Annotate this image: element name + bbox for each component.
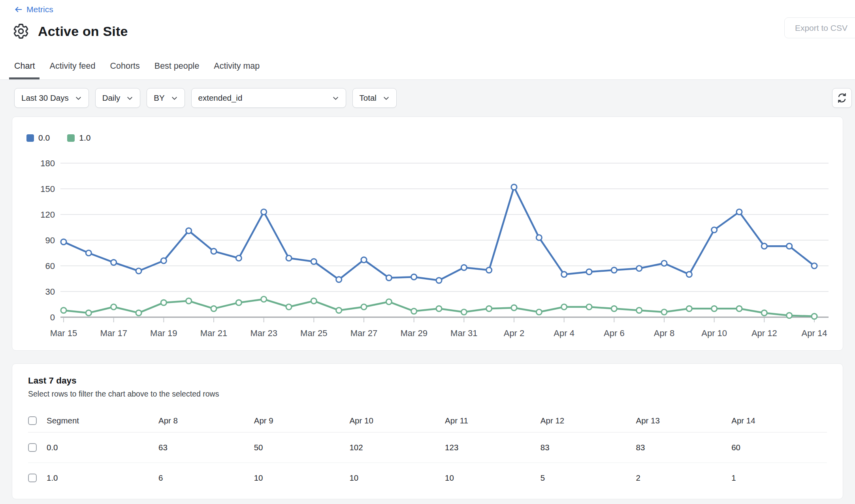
data-point[interactable]	[736, 209, 742, 215]
refresh-button[interactable]	[832, 88, 852, 108]
data-point[interactable]	[637, 308, 642, 313]
data-point[interactable]	[61, 239, 66, 244]
filter-date-range-dropdown[interactable]: Last 30 Days	[14, 88, 89, 108]
filter-date-range-value: Last 30 Days	[21, 93, 69, 103]
table-cell: 5	[540, 463, 636, 493]
data-point[interactable]	[761, 243, 767, 249]
data-point[interactable]	[787, 243, 792, 249]
data-point[interactable]	[686, 272, 692, 277]
data-point[interactable]	[436, 278, 442, 283]
data-point[interactable]	[236, 256, 241, 261]
filter-granularity-dropdown[interactable]: Daily	[95, 88, 141, 108]
data-point[interactable]	[436, 306, 442, 311]
row-checkbox[interactable]	[28, 443, 37, 452]
data-point[interactable]	[261, 209, 267, 215]
data-point[interactable]	[61, 308, 66, 313]
data-point[interactable]	[661, 261, 667, 266]
y-axis-tick-label: 0	[50, 312, 55, 322]
data-point[interactable]	[486, 267, 492, 273]
data-point[interactable]	[812, 263, 817, 269]
table-cell: 50	[254, 432, 350, 463]
data-point[interactable]	[336, 277, 342, 282]
data-point[interactable]	[536, 235, 542, 241]
data-point[interactable]	[712, 227, 717, 233]
data-point[interactable]	[586, 304, 592, 310]
line-chart: 0306090120150180Mar 15Mar 17Mar 19Mar 21…	[26, 148, 829, 340]
data-point[interactable]	[336, 308, 342, 313]
data-point[interactable]	[286, 256, 292, 261]
data-point[interactable]	[611, 267, 617, 273]
tab-best-people[interactable]: Best people	[154, 61, 200, 79]
back-to-metrics-link[interactable]: Metrics	[14, 5, 53, 14]
data-point[interactable]	[461, 265, 467, 270]
filter-by-value: BY	[154, 93, 164, 103]
data-point[interactable]	[486, 306, 492, 311]
data-point[interactable]	[236, 300, 241, 305]
data-point[interactable]	[311, 298, 316, 304]
data-point[interactable]	[411, 274, 417, 280]
data-point[interactable]	[686, 306, 692, 311]
data-point[interactable]	[787, 313, 792, 318]
data-point[interactable]	[211, 306, 217, 311]
data-point[interactable]	[511, 184, 517, 190]
legend-item-0.0[interactable]: 0.0	[26, 133, 50, 143]
data-point[interactable]	[361, 304, 367, 310]
data-point[interactable]	[561, 272, 567, 277]
filter-by-dropdown[interactable]: BY	[147, 88, 185, 108]
column-header-apr-11: Apr 11	[445, 409, 540, 432]
data-point[interactable]	[111, 304, 117, 310]
data-point[interactable]	[761, 310, 767, 316]
select-all-checkbox[interactable]	[28, 416, 37, 425]
filter-aggregation-dropdown[interactable]: Total	[352, 88, 397, 108]
data-point[interactable]	[361, 257, 367, 263]
row-checkbox[interactable]	[28, 474, 37, 482]
data-point[interactable]	[386, 275, 392, 280]
table-cell: 83	[636, 432, 732, 463]
data-point[interactable]	[661, 309, 667, 315]
data-point[interactable]	[86, 250, 91, 256]
x-axis-tick-label: Mar 19	[150, 328, 177, 338]
legend-item-1.0[interactable]: 1.0	[67, 133, 90, 143]
data-point[interactable]	[86, 310, 91, 316]
data-point[interactable]	[586, 269, 592, 275]
data-point[interactable]	[136, 268, 141, 274]
column-header-apr-9: Apr 9	[254, 409, 350, 432]
table-cell: 123	[445, 432, 540, 463]
filter-aggregation-value: Total	[360, 93, 377, 103]
table-cell: 10	[349, 463, 445, 493]
data-point[interactable]	[411, 308, 417, 314]
data-point[interactable]	[511, 305, 517, 310]
filter-bar: Last 30 DaysDailyBYextended_idTotal	[14, 88, 841, 108]
data-point[interactable]	[261, 297, 267, 302]
tab-cohorts[interactable]: Cohorts	[110, 61, 140, 79]
data-point[interactable]	[111, 260, 117, 265]
data-point[interactable]	[186, 228, 192, 233]
data-point[interactable]	[561, 304, 567, 310]
data-point[interactable]	[386, 299, 392, 305]
data-point[interactable]	[637, 266, 642, 271]
data-point[interactable]	[136, 310, 141, 316]
data-point[interactable]	[611, 306, 617, 311]
data-point[interactable]	[812, 314, 817, 319]
table-row-segment-1.0: 1.06101010521	[28, 463, 827, 493]
tab-activity-feed[interactable]: Activity feed	[50, 61, 96, 79]
data-point[interactable]	[186, 298, 192, 304]
data-point[interactable]	[461, 309, 467, 315]
export-to-csv-button[interactable]: Export to CSV	[784, 17, 855, 38]
tab-activity-map[interactable]: Activity map	[214, 61, 260, 79]
filter-breakdown-property-dropdown[interactable]: extended_id	[191, 88, 346, 108]
data-point[interactable]	[536, 309, 542, 315]
data-point[interactable]	[161, 258, 166, 263]
data-point[interactable]	[161, 300, 166, 305]
tab-chart[interactable]: Chart	[14, 61, 35, 79]
data-point[interactable]	[736, 306, 742, 311]
column-header-apr-13: Apr 13	[636, 409, 732, 432]
chevron-down-icon	[382, 94, 390, 102]
data-point[interactable]	[712, 306, 717, 311]
table-cell: 2	[636, 463, 732, 493]
table-cell: 10	[254, 463, 350, 493]
data-point[interactable]	[311, 259, 316, 264]
data-point[interactable]	[211, 248, 217, 254]
segments-table: SegmentApr 8Apr 9Apr 10Apr 11Apr 12Apr 1…	[28, 409, 827, 493]
data-point[interactable]	[286, 304, 292, 310]
